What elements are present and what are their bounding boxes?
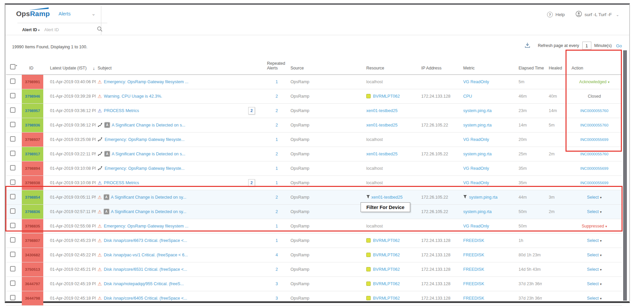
subject-link[interactable]: Emergency: OpsRamp Gateway filesyste... <box>105 166 184 171</box>
subject-link[interactable]: A Significant Change is Detected on sy..… <box>111 195 186 200</box>
duplicate-count-badge[interactable]: 2 <box>248 179 255 187</box>
metric-link[interactable]: VG ReadOnly <box>463 166 489 171</box>
repeated-alerts-count[interactable]: 2 <box>276 108 278 113</box>
row-checkbox[interactable] <box>10 252 15 257</box>
action-control[interactable]: Select▾ <box>587 195 602 200</box>
metric-link[interactable]: VG ReadOnly <box>463 137 489 142</box>
column-header-resource[interactable]: Resource <box>362 50 419 74</box>
resource-link[interactable]: xen01-testbed25 <box>366 108 397 113</box>
repeated-alerts-count[interactable]: 2 <box>276 267 278 272</box>
resource-link[interactable]: BVRMLPT062 <box>373 94 400 99</box>
subject-link[interactable]: Emergency: OpsRamp Gateway filesystem ..… <box>104 224 189 228</box>
download-icon[interactable] <box>525 42 530 49</box>
repeated-alerts-count[interactable]: 2 <box>276 152 278 156</box>
metric-link[interactable]: FREEDISK <box>463 253 484 257</box>
metric-link[interactable]: VG ReadOnly <box>463 181 489 185</box>
row-checkbox[interactable] <box>10 208 15 214</box>
action-control[interactable]: Select▾ <box>587 267 602 272</box>
row-checkbox[interactable] <box>10 295 15 300</box>
alert-id-badge[interactable]: 3798991 <box>22 75 43 89</box>
search-icon[interactable] <box>97 26 103 33</box>
alert-id-badge[interactable]: 3798936 <box>22 118 43 132</box>
help-icon[interactable]: ? <box>547 12 553 17</box>
subject-link[interactable]: Warning. CPU Usage is 42.3%. <box>104 94 162 99</box>
duplicate-count-badge[interactable]: 2 <box>248 107 255 114</box>
resource-link[interactable]: BVRMLPT062 <box>373 253 400 257</box>
row-checkbox[interactable] <box>10 237 15 243</box>
metric-link[interactable]: VG ReadOnly <box>463 224 489 228</box>
alert-id-badge[interactable]: 3798854 <box>22 190 43 204</box>
metric-link[interactable]: system.ping.rta <box>463 123 492 128</box>
row-checkbox[interactable] <box>10 223 15 228</box>
resource-link[interactable]: xen01-testbed25 <box>366 123 397 128</box>
column-header-latest-update[interactable]: Latest Update (IST)↓ <box>49 50 96 74</box>
sort-desc-icon[interactable]: ↓ <box>93 66 95 71</box>
alert-id-badge[interactable]: 3798938 <box>22 176 43 190</box>
search-field-selector[interactable]: Alert ID <box>22 28 37 32</box>
row-checkbox[interactable] <box>10 280 15 286</box>
vertical-scrollbar[interactable] <box>623 50 627 301</box>
subject-link[interactable]: Emergency: OpsRamp Gateway filesystem ..… <box>104 80 189 84</box>
subject-link[interactable]: A Significant Change is Detected on s... <box>112 152 185 156</box>
repeated-alerts-count[interactable]: 1 <box>276 238 278 243</box>
row-checkbox[interactable] <box>10 151 15 156</box>
chevron-down-icon[interactable]: ⌄ <box>616 12 619 17</box>
action-control[interactable]: INC0000055699▾ <box>580 138 608 142</box>
metric-link[interactable]: FREEDISK <box>463 238 484 243</box>
action-control[interactable]: Select▾ <box>587 209 602 214</box>
action-control[interactable]: INC0000055699▾ <box>580 166 608 170</box>
alert-id-badge[interactable]: 3798937 <box>22 133 43 147</box>
repeated-alerts-count[interactable]: 4 <box>276 253 278 257</box>
metric-link[interactable]: system.ping.rta <box>463 152 492 156</box>
resource-link[interactable]: BVRMLPT062 <box>373 296 400 301</box>
action-control[interactable]: Acknowledged▾ <box>579 80 609 84</box>
alert-id-badge[interactable]: 3798946 <box>22 89 43 103</box>
resource-link[interactable]: xen01-testbed25 <box>366 152 397 156</box>
repeated-alerts-count[interactable]: 3 <box>276 282 278 286</box>
metric-link[interactable]: system.ping.rta <box>463 209 492 214</box>
subject-link[interactable]: PROCESS Metrics <box>104 181 139 185</box>
alert-id-badge[interactable]: 3644798 <box>22 291 43 305</box>
refresh-interval-input[interactable] <box>582 42 591 50</box>
metric-link[interactable]: VG ReadOnly <box>463 80 489 84</box>
subject-link[interactable]: PROCESS Metrics <box>104 108 139 113</box>
metric-link[interactable]: system.ping.rta <box>469 195 497 200</box>
action-control[interactable]: Closed▾ <box>588 94 601 99</box>
action-control[interactable]: Suppressed▾ <box>582 224 607 228</box>
go-button[interactable]: Go <box>616 43 622 48</box>
subject-link[interactable]: Emergency: OpsRamp Gateway filesyste... <box>105 137 184 142</box>
repeated-alerts-count[interactable]: 1 <box>276 137 278 142</box>
column-header-id[interactable]: ID <box>22 50 49 74</box>
alert-id-badge[interactable]: 3798894 <box>22 161 43 175</box>
repeated-alerts-count[interactable]: 1 <box>276 80 278 84</box>
row-checkbox[interactable] <box>10 136 15 142</box>
filter-icon[interactable] <box>366 195 370 200</box>
alert-id-badge[interactable]: 3798836 <box>22 205 43 219</box>
action-control[interactable]: Select▾ <box>587 238 602 243</box>
column-header-metric[interactable]: Metric <box>461 50 517 74</box>
alert-id-badge[interactable]: 3798835 <box>22 219 43 233</box>
row-checkbox[interactable] <box>10 165 15 170</box>
repeated-alerts-count[interactable]: 1 <box>276 166 278 171</box>
alert-id-badge[interactable]: 3798917 <box>22 147 43 161</box>
repeated-alerts-count[interactable]: 1 <box>276 181 278 185</box>
resource-link[interactable]: BVRMLPT062 <box>373 267 400 272</box>
caret-down-icon[interactable]: ▾ <box>38 29 40 32</box>
subject-link[interactable]: Disk /snap/pac-vs/1 Critical. (freeSpace… <box>104 253 188 257</box>
resource-link[interactable]: BVRMLPT062 <box>373 238 400 243</box>
select-options-caret-icon[interactable]: ▾ <box>16 64 17 67</box>
help-link[interactable]: Help <box>555 12 565 17</box>
metric-link[interactable]: system.ping.rta <box>463 108 492 113</box>
chevron-down-icon[interactable]: ⌄ <box>91 11 96 17</box>
user-avatar-icon[interactable] <box>576 11 582 18</box>
action-control[interactable]: Select▾ <box>587 253 602 257</box>
metric-link[interactable]: CPU <box>463 94 472 99</box>
column-header-ip[interactable]: IP Address <box>419 50 461 74</box>
row-checkbox[interactable] <box>10 180 15 185</box>
subject-link[interactable]: Disk /snap/notepadqq/955 Critical. (free… <box>104 282 184 286</box>
column-header-source[interactable]: Source <box>288 50 362 74</box>
column-header-subject[interactable]: Subject <box>96 50 265 74</box>
repeated-alerts-count[interactable]: 3 <box>276 296 278 301</box>
repeated-alerts-count[interactable]: 2 <box>276 209 278 214</box>
action-control[interactable]: Select▾ <box>587 296 602 301</box>
